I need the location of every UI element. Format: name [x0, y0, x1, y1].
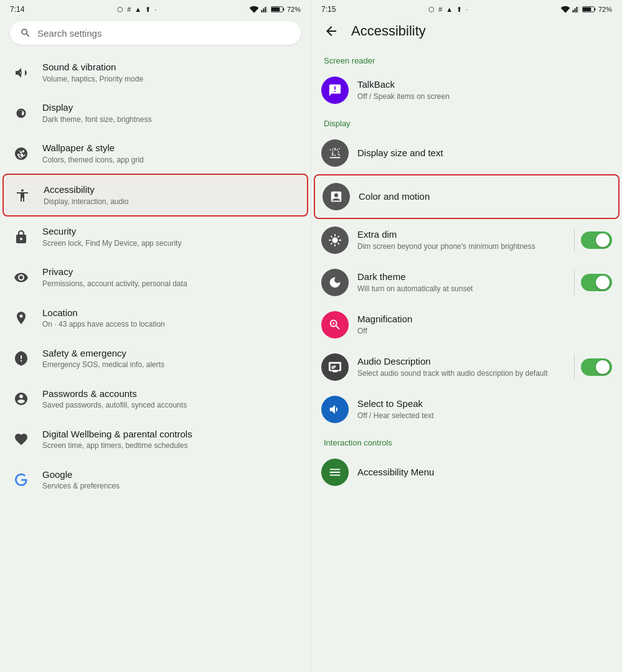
svg-rect-1 [263, 9, 264, 13]
audio-desc-text: Audio Description Select audio sound tra… [357, 355, 563, 379]
right-panel: 7:15 ⬡ # ▲ ⬆ · 72% Accessibility Screen … [311, 0, 622, 672]
svg-rect-5 [283, 8, 285, 11]
display-icon-wrap [10, 102, 32, 124]
right-item-extra-dim[interactable]: Extra dim Dim screen beyond your phone's… [314, 219, 620, 261]
right-item-talkback[interactable]: TalkBack Off / Speak items on screen [314, 69, 620, 111]
privacy-icon-wrap [10, 266, 32, 289]
wallpaper-icon-wrap [10, 142, 32, 165]
settings-item-privacy[interactable]: Privacy Permissions, account activity, p… [2, 257, 308, 297]
svg-rect-3 [266, 6, 268, 12]
security-subtitle: Screen lock, Find My Device, app securit… [42, 239, 301, 249]
settings-item-safety[interactable]: Safety & emergency Emergency SOS, medica… [2, 338, 308, 379]
privacy-item-text: Privacy Permissions, account activity, p… [42, 266, 301, 289]
location-subtitle: On · 43 apps have access to location [42, 320, 301, 330]
audio-desc-subtitle: Select audio sound track with audio desc… [357, 368, 563, 379]
extra-dim-icon-circle [321, 226, 349, 254]
sound-icon [14, 65, 29, 80]
extra-dim-icon [328, 233, 342, 247]
audio-desc-icon-circle [321, 353, 349, 381]
right-signal-icon [572, 6, 580, 13]
location-item-text: Location On · 43 apps have access to loc… [42, 307, 301, 330]
audio-desc-divider [574, 355, 575, 380]
dark-theme-toggle[interactable] [581, 274, 612, 291]
search-container: Search settings [0, 16, 311, 52]
dark-theme-icon [328, 276, 342, 289]
passwords-icon-wrap [10, 388, 32, 410]
sound-item-text: Sound & vibration Volume, haptics, Prior… [42, 61, 301, 84]
display-subtitle: Dark theme, font size, brightness [42, 115, 301, 125]
settings-item-passwords[interactable]: Passwords & accounts Saved passwords, au… [2, 379, 308, 419]
section-interaction: Interaction controls [314, 431, 620, 451]
google-icon [14, 472, 29, 487]
dark-theme-toggle-area [572, 270, 612, 295]
safety-item-text: Safety & emergency Emergency SOS, medica… [42, 347, 301, 370]
slack-icon: # [127, 6, 131, 13]
wellbeing-icon-wrap [10, 428, 32, 450]
settings-item-security[interactable]: Security Screen lock, Find My Device, ap… [2, 217, 308, 257]
accessibility-title: Accessibility [44, 184, 299, 196]
extra-dim-toggle[interactable] [581, 231, 612, 249]
wellbeing-title: Digital Wellbeing & parental controls [42, 428, 301, 441]
svg-rect-2 [265, 7, 266, 12]
display-size-text: Display size and text [357, 147, 612, 159]
security-title: Security [42, 225, 301, 238]
talkback-icon [328, 83, 342, 97]
right-item-select-speak[interactable]: Select to Speak Off / Hear selected text [314, 388, 620, 431]
settings-item-display[interactable]: Display Dark theme, font size, brightnes… [2, 93, 308, 133]
svg-rect-8 [574, 9, 575, 13]
right-page-title: Accessibility [351, 23, 426, 39]
back-button[interactable] [321, 21, 341, 41]
extra-dim-subtitle: Dim screen beyond your phone's minimum b… [357, 241, 563, 252]
right-time: 7:15 [321, 5, 336, 14]
svg-rect-0 [261, 10, 262, 12]
wallpaper-subtitle: Colors, themed icons, app grid [42, 156, 301, 166]
dark-theme-title: Dark theme [357, 271, 563, 283]
left-status-icons: ⬡ # ▲ ⬆ · [117, 6, 156, 14]
accessibility-menu-icon [328, 465, 342, 479]
settings-item-wellbeing[interactable]: Digital Wellbeing & parental controls Sc… [2, 419, 308, 460]
security-icon-wrap [10, 226, 32, 248]
settings-item-location[interactable]: Location On · 43 apps have access to loc… [2, 298, 308, 338]
section-screen-reader: Screen reader [314, 49, 620, 69]
location-icon [14, 310, 29, 325]
sound-subtitle: Volume, haptics, Priority mode [42, 75, 301, 85]
wallpaper-item-text: Wallpaper & style Colors, themed icons, … [42, 142, 301, 165]
display-size-title: Display size and text [357, 147, 612, 159]
right-slack-icon: # [438, 6, 442, 13]
left-status-right: 72% [249, 6, 301, 13]
right-item-display-size[interactable]: Display size and text [314, 132, 620, 174]
nav-icon: ▲ [134, 6, 141, 13]
select-speak-title: Select to Speak [357, 398, 612, 410]
settings-item-sound[interactable]: Sound & vibration Volume, haptics, Prior… [2, 52, 308, 93]
dark-theme-icon-circle [321, 269, 349, 296]
audio-desc-icon [328, 360, 342, 374]
settings-item-accessibility[interactable]: Accessibility Display, interaction, audi… [2, 174, 308, 217]
wifi-icon [249, 6, 258, 13]
settings-item-wallpaper[interactable]: Wallpaper & style Colors, themed icons, … [2, 133, 308, 174]
privacy-subtitle: Permissions, account activity, personal … [42, 279, 301, 289]
right-item-audio-desc[interactable]: Audio Description Select audio sound tra… [314, 346, 620, 388]
signal-icon [261, 6, 268, 13]
google-item-text: Google Services & preferences [42, 469, 301, 492]
dot-icon: · [154, 6, 156, 13]
settings-item-google[interactable]: Google Services & preferences [2, 460, 308, 500]
right-item-accessibility-menu[interactable]: Accessibility Menu [314, 451, 620, 493]
safety-icon [14, 351, 29, 366]
search-icon [20, 27, 31, 39]
google-title: Google [42, 469, 301, 481]
sound-icon-wrap [10, 62, 32, 84]
select-speak-text: Select to Speak Off / Hear selected text [357, 398, 612, 421]
right-item-color-motion[interactable]: Color and motion [314, 174, 620, 219]
magnification-icon-circle [321, 311, 349, 338]
audio-desc-toggle[interactable] [581, 358, 612, 376]
wallpaper-icon [14, 146, 29, 161]
right-item-dark-theme[interactable]: Dark theme Will turn on automatically at… [314, 261, 620, 304]
google-icon-wrap [10, 469, 32, 491]
search-bar[interactable]: Search settings [10, 21, 301, 45]
audio-desc-toggle-area [572, 355, 612, 380]
right-item-magnification[interactable]: Magnification Off [314, 304, 620, 346]
dark-theme-subtitle: Will turn on automatically at sunset [357, 284, 563, 294]
display-item-text: Display Dark theme, font size, brightnes… [42, 101, 301, 124]
select-speak-icon [328, 403, 342, 416]
extra-dim-text: Extra dim Dim screen beyond your phone's… [357, 228, 563, 252]
